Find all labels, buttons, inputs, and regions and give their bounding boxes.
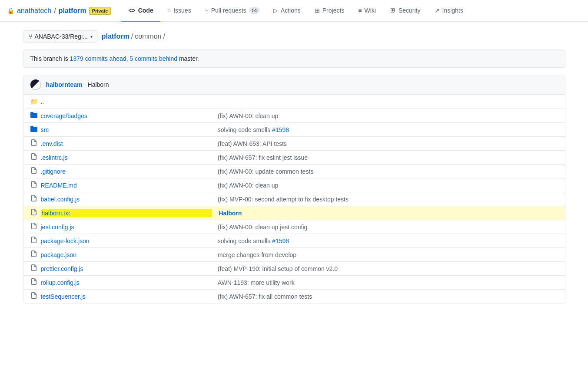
- file-commit-message: solving code smells #1598: [211, 237, 558, 244]
- tab-actions[interactable]: ▷ Actions: [266, 0, 308, 22]
- pr-icon: ⑂: [205, 7, 209, 14]
- commit-issue-link[interactable]: #1598: [272, 126, 289, 133]
- commit-header: halbornteam Halborn: [23, 75, 565, 95]
- tab-security[interactable]: ⛨ Security: [383, 0, 428, 22]
- file-commit-message: (fix) AWN-00: update common tests: [211, 168, 558, 175]
- folder-icon: [30, 125, 37, 134]
- nav-tabs: <> Code ○ Issues ⑂ Pull requests 14 ▷ Ac…: [121, 0, 470, 22]
- branch-git-icon: ⑂: [29, 33, 32, 40]
- file-name-link[interactable]: package-lock.json: [41, 237, 211, 244]
- breadcrumb-sep2: /: [163, 33, 165, 40]
- table-row: babel.config.js(fix) MVP-00: second atte…: [23, 192, 565, 206]
- behind-link[interactable]: 5 commits behind: [130, 55, 177, 62]
- file-icon: [30, 181, 37, 189]
- file-name-link[interactable]: rollup.config.js: [41, 279, 211, 286]
- branch-info-suffix: master.: [179, 55, 199, 62]
- tab-projects[interactable]: ⊞ Projects: [308, 0, 352, 22]
- file-commit-message: (fix) AWN-00: clean up jest config: [211, 224, 558, 231]
- table-row: jest.config.js(fix) AWN-00: clean up jes…: [23, 220, 565, 234]
- file-icon: [30, 223, 37, 231]
- file-name-link[interactable]: package.json: [41, 251, 211, 258]
- commit-message: Halborn: [88, 81, 109, 88]
- tab-wiki[interactable]: ≡ Wiki: [351, 0, 383, 22]
- file-name-link[interactable]: .env.dist: [41, 140, 211, 147]
- projects-icon: ⊞: [315, 7, 320, 14]
- file-name-link[interactable]: .gitignore: [41, 168, 211, 175]
- tab-pr-label: Pull requests: [211, 7, 246, 14]
- tab-pull-requests[interactable]: ⑂ Pull requests 14: [198, 0, 266, 22]
- branch-chevron-icon: ▾: [90, 34, 93, 39]
- tab-actions-label: Actions: [281, 7, 301, 14]
- file-icon: [30, 153, 37, 162]
- tab-issues-label: Issues: [173, 7, 191, 14]
- file-commit-message: AWN-1193: more utility work: [211, 279, 558, 286]
- commit-author[interactable]: halbornteam: [46, 81, 83, 88]
- repo-name-link[interactable]: platform: [59, 7, 86, 15]
- table-row: README.md(fix) AWN-00: clean up: [23, 178, 565, 192]
- file-commit-message: Halborn: [212, 210, 558, 217]
- file-name-link[interactable]: src: [41, 126, 211, 133]
- tab-projects-label: Projects: [322, 7, 345, 14]
- file-icon: [30, 209, 37, 217]
- file-commit-message: (feat) MVP-190: initial setup of common …: [211, 265, 558, 272]
- table-row: prettier.config.js(feat) MVP-190: initia…: [23, 262, 565, 276]
- file-name-link[interactable]: coverage/badges: [41, 112, 211, 119]
- file-name-link[interactable]: prettier.config.js: [41, 265, 211, 272]
- tab-code[interactable]: <> Code: [121, 0, 160, 22]
- branch-info-prefix: This branch is: [30, 55, 70, 62]
- top-navigation: 🔒 anathatech / platform Private <> Code …: [0, 0, 588, 22]
- avatar: [30, 79, 41, 90]
- file-name-link[interactable]: jest.config.js: [41, 224, 211, 231]
- repo-title: 🔒 anathatech / platform Private: [7, 7, 111, 15]
- file-icon: [30, 167, 37, 175]
- file-commit-message: (fix) AWN-00: clean up: [211, 112, 558, 119]
- tab-wiki-label: Wiki: [365, 7, 376, 14]
- file-name-link[interactable]: testSequencer.js: [41, 293, 211, 300]
- breadcrumb-repo-link[interactable]: platform: [102, 33, 130, 40]
- file-icon: [30, 278, 37, 287]
- actions-icon: ▷: [273, 7, 278, 14]
- file-name-link[interactable]: halborn.txt: [41, 209, 212, 217]
- ahead-link[interactable]: 1379 commits ahead,: [70, 55, 128, 62]
- breadcrumb-slash: /: [54, 7, 56, 15]
- breadcrumb: platform / common /: [102, 33, 165, 40]
- file-icon: [30, 251, 37, 259]
- file-commit-message: (fix) AWN-00: clean up: [211, 182, 558, 189]
- file-icon: [30, 237, 37, 245]
- file-name-link[interactable]: .eslintrc.js: [41, 154, 211, 161]
- wiki-icon: ≡: [358, 7, 362, 14]
- commit-issue-link[interactable]: #1598: [272, 237, 289, 244]
- file-commit-message: merge changes from develop: [211, 251, 558, 258]
- org-name-link[interactable]: anathatech: [17, 7, 51, 15]
- file-commit-message: (fix) MVP-00: second attempt to fix desk…: [211, 196, 558, 203]
- file-icon: [30, 292, 37, 300]
- table-row: package-lock.jsonsolving code smells #15…: [23, 234, 565, 248]
- tab-security-label: Security: [399, 7, 421, 14]
- file-icon: [30, 264, 37, 273]
- file-icon: [30, 139, 37, 148]
- branch-label: ANABAC-33/Regi...: [35, 33, 88, 40]
- file-commit-message: solving code smells #1598: [211, 126, 558, 133]
- tab-issues[interactable]: ○ Issues: [160, 0, 198, 22]
- table-row: testSequencer.js(fix) AWN-657: fix all c…: [23, 290, 565, 303]
- branch-bar: ⑂ ANABAC-33/Regi... ▾ platform / common …: [23, 30, 565, 43]
- file-name-link[interactable]: README.md: [41, 182, 211, 189]
- file-rows-container: coverage/badges(fix) AWN-00: clean upsrc…: [23, 109, 565, 303]
- tab-insights[interactable]: ↗ Insights: [428, 0, 470, 22]
- parent-dir-row: 📁 ..: [23, 95, 565, 109]
- main-content: ⑂ ANABAC-33/Regi... ▾ platform / common …: [16, 22, 572, 312]
- file-icon: [30, 195, 37, 203]
- breadcrumb-dir1: common: [135, 33, 161, 40]
- file-name-link[interactable]: babel.config.js: [41, 196, 211, 203]
- branch-selector[interactable]: ⑂ ANABAC-33/Regi... ▾: [23, 30, 98, 43]
- table-row: srcsolving code smells #1598: [23, 123, 565, 137]
- file-commit-message: (fix) AWN-657: fix all common tests: [211, 293, 558, 300]
- security-icon: ⛨: [390, 7, 396, 14]
- file-commit-message: (feat) AWN-653: API tests: [211, 140, 558, 147]
- tab-insights-label: Insights: [442, 7, 463, 14]
- pr-count: 14: [249, 7, 259, 14]
- halborn-commit-link[interactable]: Halborn: [219, 210, 242, 217]
- parent-dir-link[interactable]: ..: [41, 98, 44, 105]
- code-icon: <>: [128, 7, 135, 14]
- tab-code-label: Code: [138, 7, 153, 14]
